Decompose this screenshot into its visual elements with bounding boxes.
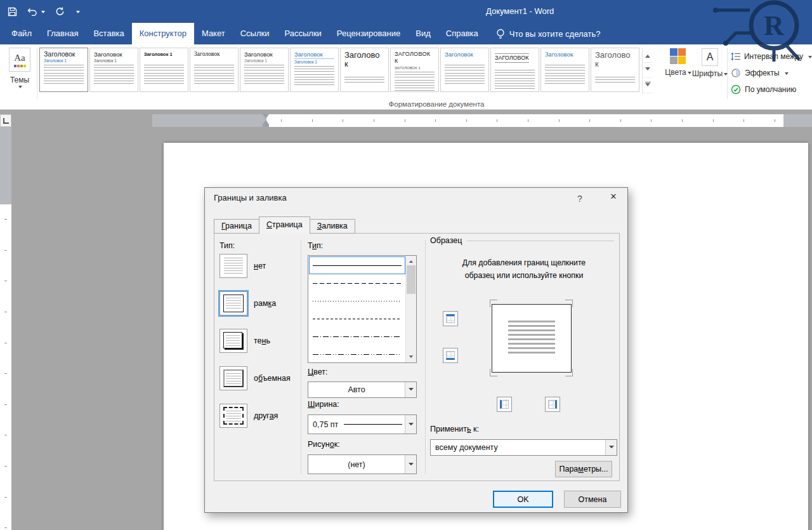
style-set-card[interactable]: Заголовок	[190, 48, 239, 92]
ribbon-tab[interactable]: Справка	[438, 23, 486, 44]
border-setting-option[interactable]: нет	[219, 254, 291, 278]
style-set-card[interactable]: ЗАГОЛОВОК К ЗАГОЛОВОК 1	[390, 48, 439, 92]
tab-stop-selector[interactable]	[0, 114, 11, 127]
style-set-card[interactable]: Заголово к	[340, 48, 389, 92]
bottom-border-button[interactable]	[443, 348, 458, 363]
listbox-scrollbar[interactable]	[405, 256, 416, 362]
help-button[interactable]: ?	[572, 192, 588, 206]
dialog-tab[interactable]: Страница	[259, 216, 310, 234]
options-button[interactable]: Параметры...	[555, 461, 612, 477]
line-style-option[interactable]	[309, 256, 405, 274]
style-set-card[interactable]: Заголовок	[440, 48, 489, 92]
ribbon-tab[interactable]: Макет	[194, 23, 233, 44]
scroll-down-button[interactable]	[406, 353, 416, 362]
border-setting-option[interactable]: объемная	[219, 366, 291, 390]
ribbon-tab[interactable]: Ссылки	[233, 23, 277, 44]
style-set-subtitle: Заголовок 1	[44, 58, 84, 63]
scrollbar-thumb[interactable]	[407, 265, 416, 294]
border-setting-icon	[219, 291, 247, 315]
gallery-scroll-down-button[interactable]	[643, 63, 653, 78]
gallery-scroll-up-button[interactable]	[643, 48, 653, 63]
ribbon-tab[interactable]: Вставка	[86, 23, 131, 44]
ribbon-tab[interactable]: Конструктор	[132, 23, 194, 44]
tell-me-box[interactable]: Что вы хотите сделать?	[496, 23, 601, 44]
style-set-title: Заголово к	[344, 51, 384, 69]
ribbon-tab[interactable]: Файл	[4, 23, 39, 44]
themes-button[interactable]: Аа Темы	[4, 48, 36, 106]
top-border-button[interactable]	[443, 311, 458, 326]
scrollbar-track[interactable]	[406, 265, 416, 353]
style-set-gallery: Заголовок Заголовок 1 Заголовок Заголово…	[39, 48, 639, 93]
undo-button[interactable]	[27, 8, 45, 16]
style-set-card[interactable]: Заголовок Заголовок 1	[290, 48, 339, 92]
apply-to-dropdown[interactable]: всему документу	[430, 439, 617, 456]
border-setting-option[interactable]: рамка	[219, 291, 291, 315]
ribbon-tab[interactable]: Вид	[408, 23, 438, 44]
border-preview[interactable]	[430, 295, 618, 421]
style-set-title: Заголовок	[445, 51, 485, 58]
divider	[301, 240, 301, 474]
width-dropdown[interactable]: 0,75 пт	[308, 414, 417, 434]
vertical-ruler[interactable]	[0, 127, 11, 530]
paragraph-spacing-button[interactable]: Интервал между	[731, 48, 812, 65]
set-default-button[interactable]: По умолчанию	[731, 81, 812, 98]
style-set-card[interactable]: Заголовок Заголовок 1	[240, 48, 289, 92]
dialog-tab[interactable]: Граница	[214, 219, 259, 234]
left-indent-marker[interactable]	[263, 120, 269, 124]
customize-qat-button[interactable]	[75, 10, 80, 14]
style-set-card[interactable]: Заголовок Заголовок 1	[39, 48, 88, 92]
right-border-button[interactable]	[545, 397, 560, 412]
preview-page-frame[interactable]	[492, 304, 572, 373]
horizontal-ruler[interactable]	[152, 114, 812, 127]
close-button[interactable]: ✕	[599, 188, 627, 206]
art-dropdown[interactable]: (нет)	[308, 454, 417, 474]
apply-to-value: всему документу	[431, 440, 605, 455]
border-setting-option[interactable]: тень	[219, 329, 291, 353]
style-set-subtitle	[445, 58, 485, 63]
ribbon-tab[interactable]: Главная	[39, 23, 86, 44]
redo-button[interactable]	[55, 7, 65, 16]
ribbon-tab[interactable]: Рассылки	[277, 23, 329, 44]
preview-text-lines	[508, 321, 555, 356]
line-style-option[interactable]	[309, 345, 405, 363]
dropdown-arrow-icon[interactable]	[405, 415, 416, 434]
effects-button[interactable]: Эффекты	[731, 65, 812, 81]
style-set-card[interactable]: ЗАГОЛОВОК	[490, 48, 539, 92]
themes-color-dots	[14, 65, 26, 67]
style-set-body-lines	[44, 65, 84, 84]
scroll-up-button[interactable]	[406, 256, 416, 265]
preview-hint: Для добавления границ щелкните образец и…	[430, 256, 618, 282]
ribbon-tab[interactable]: Рецензирование	[329, 23, 408, 44]
divider	[425, 240, 426, 474]
style-set-card[interactable]: Заголовок 1	[140, 48, 188, 92]
color-dropdown[interactable]: Авто	[308, 381, 417, 398]
border-setting-option[interactable]: другая	[219, 404, 291, 428]
line-style-option[interactable]	[309, 274, 405, 292]
style-set-card[interactable]: Заголовок Заголовок 1	[89, 48, 138, 92]
line-style-option[interactable]	[309, 292, 405, 310]
fonts-button[interactable]: А Шрифты	[695, 48, 724, 78]
line-style-listbox[interactable]	[308, 255, 417, 363]
ok-button[interactable]: OK	[493, 491, 553, 508]
titlebar[interactable]: Документ1 - Word	[0, 0, 812, 23]
dialog-titlebar[interactable]: Границы и заливка ? ✕	[205, 188, 627, 207]
dialog-tab[interactable]: Заливка	[310, 219, 355, 234]
border-setting-icon	[219, 366, 247, 390]
style-set-card[interactable]: Заголово к	[591, 48, 639, 92]
line-style-option[interactable]	[309, 328, 405, 345]
undo-dropdown-caret[interactable]	[41, 11, 45, 15]
width-line-sample	[344, 424, 402, 425]
chevron-down-icon	[645, 67, 650, 73]
left-border-button[interactable]	[497, 397, 512, 412]
dropdown-arrow-icon[interactable]	[605, 440, 617, 455]
line-style-option[interactable]	[309, 310, 405, 328]
first-line-indent-marker[interactable]	[263, 114, 269, 119]
dropdown-arrow-icon[interactable]	[405, 382, 416, 397]
save-button[interactable]	[8, 7, 17, 17]
colors-button[interactable]: Цвета	[664, 48, 693, 77]
cancel-button[interactable]: Отмена	[564, 491, 621, 508]
style-set-card[interactable]: Заголовок	[540, 48, 589, 92]
chevron-down-icon	[724, 73, 728, 77]
gallery-expand-button[interactable]	[643, 78, 653, 93]
dropdown-arrow-icon[interactable]	[405, 455, 416, 474]
